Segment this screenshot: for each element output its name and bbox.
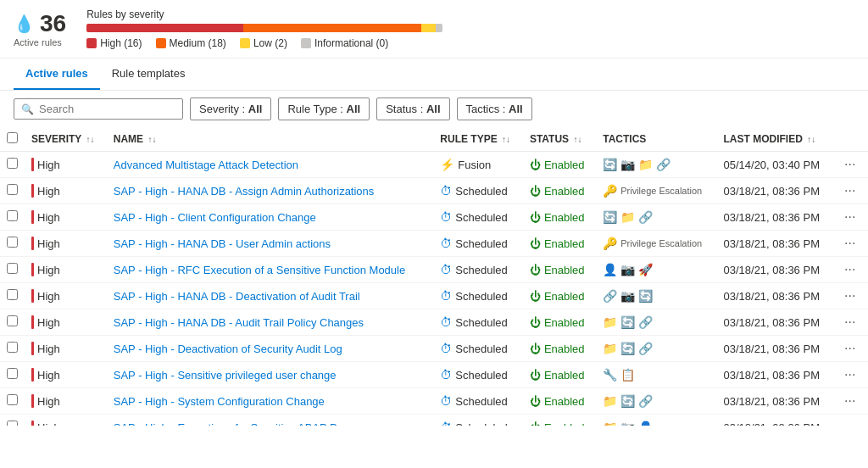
table-row[interactable]: HighSAP - High - HANA DB - User Admin ac… (0, 231, 868, 257)
severity-indicator (31, 184, 34, 198)
filter-rule-type[interactable]: Rule Type : All (278, 98, 370, 120)
col-tactics: TACTICS (596, 127, 716, 152)
rule-name[interactable]: Advanced Multistage Attack Detection (114, 159, 298, 171)
rule-type-icon: ⏱ (440, 263, 452, 276)
row-checkbox[interactable] (7, 184, 18, 195)
table-row[interactable]: HighSAP - High - RFC Execution of a Sens… (0, 257, 868, 283)
rule-name[interactable]: SAP - High - RFC Execution of a Sensitiv… (114, 264, 405, 276)
more-button[interactable]: ··· (841, 367, 859, 382)
select-all-checkbox[interactable] (7, 132, 18, 143)
row-checkbox[interactable] (7, 368, 18, 379)
rule-name[interactable]: SAP - High - HANA DB - User Admin action… (114, 237, 331, 250)
top-bar: 💧 36 Active rules Rules by severity High… (0, 0, 868, 58)
rule-name[interactable]: SAP - High - Execution of a Sensitive AB… (114, 421, 372, 426)
filter-tactics[interactable]: Tactics : All (457, 98, 532, 120)
rule-type-label: Scheduled (455, 316, 507, 329)
last-modified-value: 03/18/21, 08:36 PM (723, 395, 819, 408)
status-icon: ⏻ (530, 343, 541, 355)
rule-name[interactable]: SAP - High - HANA DB - Audit Trail Polic… (114, 316, 364, 329)
last-modified-value: 05/14/20, 03:40 PM (723, 159, 819, 171)
legend-low-label: Low (2) (253, 37, 287, 49)
rule-type-cell: ⚡Fusion (433, 152, 523, 178)
rule-type-cell: ⏱Scheduled (433, 336, 523, 362)
row-checkbox[interactable] (7, 158, 18, 169)
row-checkbox[interactable] (7, 210, 18, 221)
filter-severity[interactable]: Severity : All (190, 98, 271, 120)
rule-type-label: Scheduled (455, 421, 507, 426)
more-button[interactable]: ··· (841, 288, 859, 304)
severity-chart: Rules by severity High (16) Medium (18) … (86, 8, 854, 49)
search-box[interactable]: 🔍 (14, 98, 183, 120)
table-row[interactable]: HighAdvanced Multistage Attack Detection… (0, 152, 868, 178)
row-checkbox[interactable] (7, 263, 18, 274)
tab-active-rules[interactable]: Active rules (14, 58, 100, 90)
tactic-icon: 🔄 (603, 210, 617, 224)
more-button[interactable]: ··· (841, 183, 859, 198)
more-button[interactable]: ··· (841, 341, 859, 356)
legend-high: High (16) (86, 37, 142, 49)
rule-type-label: Scheduled (455, 211, 507, 224)
row-checkbox[interactable] (7, 342, 18, 353)
rules-table: SEVERITY ↑↓ NAME ↑↓ RULE TYPE ↑↓ STATUS … (0, 127, 868, 426)
last-modified-cell: 03/18/21, 08:36 PM (716, 309, 834, 336)
row-checkbox-cell (0, 231, 25, 257)
tab-rule-templates[interactable]: Rule templates (100, 58, 198, 90)
more-button[interactable]: ··· (841, 420, 859, 426)
rule-type-icon: ⚡ (440, 158, 454, 171)
row-checkbox[interactable] (7, 421, 18, 426)
more-cell: ··· (834, 415, 868, 426)
rule-name[interactable]: SAP - High - HANA DB - Assign Admin Auth… (114, 185, 375, 198)
more-button[interactable]: ··· (841, 393, 859, 409)
status-cell: ⏻Enabled (523, 388, 596, 415)
more-button[interactable]: ··· (841, 209, 859, 225)
last-modified-cell: 03/18/21, 08:36 PM (716, 283, 834, 309)
row-checkbox[interactable] (7, 315, 18, 326)
tactic-icon: 📷 (620, 263, 635, 276)
row-checkbox[interactable] (7, 394, 18, 405)
rule-name[interactable]: SAP - High - System Configuration Change (114, 395, 325, 408)
severity-cell: High (25, 362, 107, 388)
more-cell: ··· (834, 336, 868, 362)
table-row[interactable]: HighSAP - High - HANA DB - Deactivation … (0, 283, 868, 309)
tactic-icon: 🔑 (603, 237, 617, 250)
status-icon: ⏻ (530, 159, 541, 171)
filter-status[interactable]: Status : All (376, 98, 449, 120)
more-button[interactable]: ··· (841, 262, 859, 277)
table-row[interactable]: HighSAP - High - HANA DB - Assign Admin … (0, 178, 868, 204)
row-checkbox-cell (0, 362, 25, 388)
table-row[interactable]: HighSAP - High - Sensitive privileged us… (0, 362, 868, 388)
rule-name[interactable]: SAP - High - HANA DB - Deactivation of A… (114, 290, 360, 303)
row-checkbox[interactable] (7, 237, 18, 248)
rule-name[interactable]: SAP - High - Deactivation of Security Au… (114, 343, 342, 355)
more-button[interactable]: ··· (841, 157, 859, 172)
name-cell: SAP - High - HANA DB - User Admin action… (107, 231, 434, 257)
rule-type-label: Scheduled (455, 343, 507, 355)
severity-label: High (37, 159, 60, 171)
table-row[interactable]: HighSAP - High - Execution of a Sensitiv… (0, 415, 868, 426)
rule-name[interactable]: SAP - High - Sensitive privileged user c… (114, 369, 337, 382)
tactic-icon: 📷 (620, 158, 635, 171)
severity-cell: High (25, 257, 107, 283)
tactic-icon: 📁 (638, 158, 653, 171)
last-modified-cell: 03/18/21, 08:36 PM (716, 257, 834, 283)
table-row[interactable]: HighSAP - High - Client Configuration Ch… (0, 204, 868, 231)
severity-indicator (31, 342, 34, 355)
table-row[interactable]: HighSAP - High - Deactivation of Securit… (0, 336, 868, 362)
row-checkbox[interactable] (7, 289, 18, 300)
tactic-icon: 🔄 (620, 394, 635, 408)
more-button[interactable]: ··· (841, 315, 859, 330)
rule-type-cell: ⏱Scheduled (433, 415, 523, 426)
row-checkbox-cell (0, 388, 25, 415)
active-count-number: 36 (40, 10, 66, 37)
table-row[interactable]: HighSAP - High - System Configuration Ch… (0, 388, 868, 415)
severity-indicator (31, 421, 34, 426)
table-row[interactable]: HighSAP - High - HANA DB - Audit Trail P… (0, 309, 868, 336)
more-button[interactable]: ··· (841, 236, 859, 251)
status-label: Enabled (544, 185, 585, 198)
status-label: Enabled (544, 211, 585, 224)
rule-type-icon: ⏱ (440, 289, 452, 303)
search-input[interactable] (39, 103, 175, 115)
status-label: Enabled (544, 264, 585, 276)
rule-name[interactable]: SAP - High - Client Configuration Change (114, 211, 316, 224)
name-cell: SAP - High - System Configuration Change (107, 388, 434, 415)
